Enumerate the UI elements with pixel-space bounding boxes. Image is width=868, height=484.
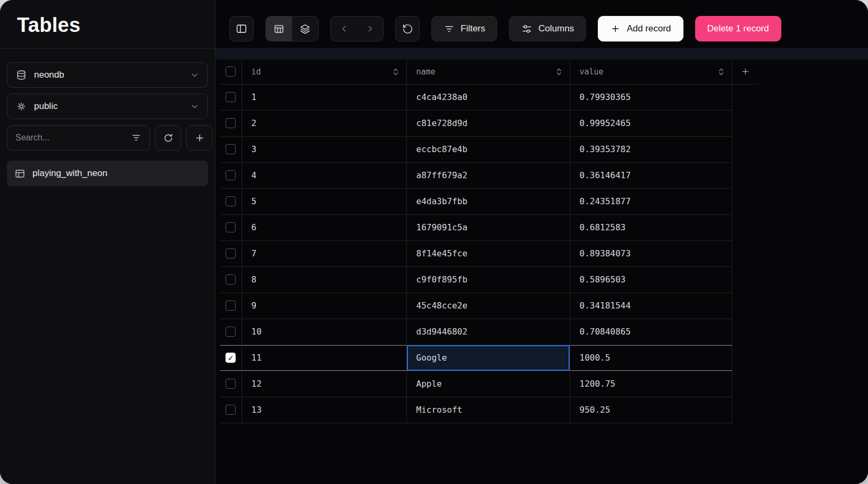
cell-name[interactable]: c4ca4238a0	[406, 84, 570, 110]
cell-id[interactable]: 5	[241, 188, 406, 214]
cell-id[interactable]: 1	[241, 84, 406, 110]
row-checkbox[interactable]	[226, 248, 236, 258]
history-button[interactable]	[395, 16, 420, 41]
refresh-button[interactable]	[155, 125, 181, 151]
cell-id[interactable]: 8	[241, 266, 406, 293]
row-checkbox[interactable]	[226, 92, 236, 102]
cell-value[interactable]: 0.24351877	[570, 188, 732, 214]
table-icon	[14, 168, 26, 179]
schema-selector[interactable]: public	[7, 94, 208, 119]
add-column-button[interactable]	[732, 60, 758, 84]
sort-icon	[556, 68, 562, 76]
select-all-cell[interactable]	[220, 60, 241, 84]
previous-page-button[interactable]	[331, 16, 357, 41]
cell-id[interactable]: 4	[241, 162, 406, 188]
row-checkbox-cell[interactable]	[220, 188, 241, 214]
cell-id[interactable]: 11	[241, 345, 406, 371]
sort-icon	[393, 68, 399, 76]
row-checkbox[interactable]	[226, 196, 236, 206]
cell-id[interactable]: 10	[241, 319, 406, 345]
row-checkbox[interactable]	[226, 327, 236, 337]
row-checkbox[interactable]	[226, 222, 236, 232]
cell-name[interactable]: 1679091c5a	[406, 214, 570, 240]
cell-id[interactable]: 7	[241, 240, 406, 266]
collapse-sidebar-button[interactable]	[229, 16, 254, 41]
add-record-button[interactable]: Add record	[598, 16, 683, 41]
row-checkbox-cell[interactable]	[220, 345, 241, 371]
search-box	[7, 125, 150, 151]
column-header-value-label: value	[580, 67, 604, 77]
cell-name[interactable]: 8f14e45fce	[406, 240, 570, 266]
cell-id[interactable]: 13	[241, 397, 406, 423]
cell-name[interactable]: d3d9446802	[406, 319, 570, 345]
row-checkbox-cell[interactable]	[220, 110, 241, 136]
add-table-button[interactable]	[186, 125, 213, 151]
row-checkbox[interactable]	[226, 170, 236, 180]
cell-value[interactable]: 0.34181544	[570, 293, 732, 319]
chevron-down-icon	[190, 70, 199, 80]
cell-value[interactable]: 0.70840865	[570, 319, 732, 345]
grid-view-button[interactable]	[266, 16, 292, 41]
cell-name[interactable]: c81e728d9d	[406, 110, 570, 136]
row-checkbox-cell[interactable]	[220, 371, 241, 397]
cell-name[interactable]: 45c48cce2e	[406, 293, 570, 319]
cell-spacer	[732, 162, 758, 188]
columns-button[interactable]: Columns	[509, 16, 586, 41]
database-selector[interactable]: neondb	[7, 62, 208, 88]
selection-strip	[215, 48, 868, 60]
column-header-value[interactable]: value	[570, 60, 732, 84]
cell-id[interactable]: 12	[241, 371, 406, 397]
delete-record-button[interactable]: Delete 1 record	[695, 16, 781, 41]
filters-button[interactable]: Filters	[431, 16, 497, 41]
cell-value[interactable]: 1000.5	[570, 345, 732, 371]
row-checkbox-cell[interactable]	[220, 319, 241, 345]
cell-value[interactable]: 0.39353782	[570, 136, 732, 162]
cell-id[interactable]: 9	[241, 293, 406, 319]
column-header-id[interactable]: id	[241, 60, 406, 84]
cell-name[interactable]: Microsoft	[406, 397, 570, 423]
cell-value[interactable]: 0.6812583	[570, 214, 732, 240]
row-checkbox[interactable]	[226, 353, 236, 363]
table-row: 10 d3d9446802 0.70840865	[220, 319, 758, 345]
cell-value[interactable]: 0.79930365	[570, 84, 732, 110]
column-header-name[interactable]: name	[406, 60, 570, 84]
row-checkbox-cell[interactable]	[220, 214, 241, 240]
row-checkbox[interactable]	[226, 118, 236, 128]
layers-view-button[interactable]	[292, 16, 318, 41]
cell-name[interactable]: eccbc87e4b	[406, 136, 570, 162]
cell-value[interactable]: 1200.75	[570, 371, 732, 397]
cell-id[interactable]: 3	[241, 136, 406, 162]
cell-id[interactable]: 6	[241, 214, 406, 240]
cell-name[interactable]: e4da3b7fbb	[406, 188, 570, 214]
row-checkbox[interactable]	[226, 379, 236, 389]
row-checkbox-cell[interactable]	[220, 162, 241, 188]
row-checkbox-cell[interactable]	[220, 266, 241, 293]
row-checkbox[interactable]	[226, 144, 236, 154]
select-all-checkbox[interactable]	[226, 66, 236, 77]
next-page-button[interactable]	[357, 16, 383, 41]
search-input[interactable]	[15, 133, 126, 143]
sort-icon	[718, 68, 724, 76]
cell-name[interactable]: a87ff679a2	[406, 162, 570, 188]
cell-name[interactable]: Google	[406, 345, 570, 371]
toolbar: Filters Columns Add record Delete 1	[215, 0, 868, 41]
cell-value[interactable]: 0.99952465	[570, 110, 732, 136]
row-checkbox-cell[interactable]	[220, 84, 241, 110]
cell-name[interactable]: Apple	[406, 371, 570, 397]
row-checkbox[interactable]	[226, 274, 236, 285]
cell-spacer	[732, 84, 758, 110]
sidebar-table-item-playing-with-neon[interactable]: playing_with_neon	[7, 161, 208, 186]
cell-value[interactable]: 0.5896503	[570, 266, 732, 293]
cell-value[interactable]: 0.36146417	[570, 162, 732, 188]
cell-value[interactable]: 0.89384073	[570, 240, 732, 266]
cell-name[interactable]: c9f0f895fb	[406, 266, 570, 293]
row-checkbox-cell[interactable]	[220, 240, 241, 266]
cell-value[interactable]: 950.25	[570, 397, 732, 423]
cell-id[interactable]: 2	[241, 110, 406, 136]
row-checkbox[interactable]	[226, 301, 236, 311]
row-checkbox[interactable]	[226, 405, 236, 415]
row-checkbox-cell[interactable]	[220, 293, 241, 319]
row-checkbox-cell[interactable]	[220, 397, 241, 423]
row-checkbox-cell[interactable]	[220, 136, 241, 162]
table-row: 8 c9f0f895fb 0.5896503	[220, 266, 758, 293]
